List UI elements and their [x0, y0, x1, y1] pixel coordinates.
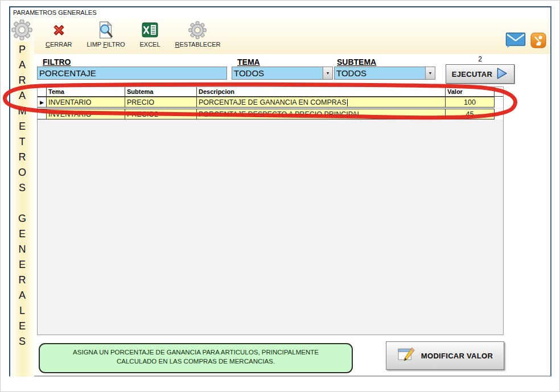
- tema-dropdown-arrow-icon[interactable]: ▼: [323, 67, 332, 79]
- header-tema[interactable]: Tema: [47, 87, 125, 96]
- table-header-row: Tema Subtema Descripcion Valor: [38, 87, 503, 97]
- parameter-description-box: ASIGNA UN PORCENTAJE DE GANANCIA PARA AR…: [39, 343, 353, 373]
- filtro-label: FILTRO: [43, 57, 71, 67]
- cell-valor[interactable]: 100: [446, 97, 495, 108]
- excel-icon: [142, 19, 158, 40]
- tema-dropdown[interactable]: TODOS ▼: [232, 67, 333, 80]
- excel-button[interactable]: EXCEL: [137, 19, 163, 48]
- tema-label: TEMA: [237, 57, 260, 67]
- row-selector-arrow-icon[interactable]: ▶: [38, 97, 47, 108]
- toolbar: CERRAR LIMPFILTRO: [10, 18, 550, 54]
- sidebar-word-generales: GENERALES: [17, 213, 27, 351]
- modificar-valor-button[interactable]: MODIFICAR VALOR: [386, 341, 504, 370]
- edit-pencil-icon: [397, 346, 416, 365]
- cell-tema[interactable]: INVENTARIO: [47, 109, 125, 119]
- subtema-dropdown[interactable]: TODOS ▼: [334, 67, 435, 80]
- header-descripcion[interactable]: Descripcion: [197, 87, 446, 96]
- cell-subtema[interactable]: PRECIO: [125, 97, 197, 108]
- cell-valor[interactable]: 45: [446, 109, 495, 119]
- subtema-selected-value: TODOS: [335, 67, 425, 79]
- tema-selected-value: TODOS: [232, 67, 323, 79]
- cerrar-button[interactable]: CERRAR: [43, 19, 75, 48]
- close-x-icon: [50, 19, 68, 40]
- header-row-selector: [38, 87, 47, 96]
- toolbar-right-icons: [505, 31, 546, 51]
- reset-gear-icon: [188, 19, 207, 40]
- play-arrow-icon: [496, 67, 508, 81]
- result-count: 2: [446, 55, 514, 63]
- table-row[interactable]: INVENTARIO PRECIO2 PORCENTAJE RESPECTO A…: [38, 109, 503, 119]
- table-row[interactable]: ▶ INVENTARIO PRECIO PORCENTAJE DE GANANC…: [38, 97, 503, 108]
- toolbar-buttons: CERRAR LIMPFILTRO: [43, 19, 223, 48]
- parametros-generales-window: PARAMETROS GENERALES CERRAR: [9, 6, 551, 377]
- settings-gear-icon[interactable]: [10, 18, 34, 42]
- ejecutar-button[interactable]: EJECUTAR: [446, 64, 514, 84]
- text-caret: [347, 99, 348, 106]
- restablecer-button[interactable]: RESTABLECER: [172, 19, 224, 48]
- parameters-table: Tema Subtema Descripcion Valor ▶ INVENTA…: [37, 86, 504, 335]
- filtro-input[interactable]: [37, 67, 227, 80]
- limp-filtro-button[interactable]: LIMPFILTRO: [84, 19, 127, 48]
- screen: PARAMETROS GENERALES CERRAR: [0, 0, 560, 392]
- row-selector[interactable]: [38, 109, 47, 119]
- mail-envelope-icon[interactable]: [505, 31, 526, 51]
- subtema-dropdown-arrow-icon[interactable]: ▼: [425, 67, 435, 79]
- header-subtema[interactable]: Subtema: [125, 87, 197, 96]
- cell-descripcion[interactable]: PORCENTAJE DE GANANCIA EN COMPRAS: [197, 97, 446, 108]
- sidebar-word-parametros: PARAMETROS: [17, 44, 27, 197]
- clear-filter-magnifier-icon: [97, 19, 114, 40]
- header-valor[interactable]: Valor: [446, 87, 495, 96]
- cell-tema[interactable]: INVENTARIO: [47, 97, 125, 108]
- cell-subtema[interactable]: PRECIO2: [125, 109, 197, 119]
- sidebar-vertical-title: PARAMETROS GENERALES: [10, 44, 34, 351]
- sidebar: PARAMETROS GENERALES: [10, 18, 34, 377]
- subtema-label: SUBTEMA: [337, 57, 376, 67]
- cell-descripcion[interactable]: PORCENTAJE RESPECTO A PRECIO PRINCIPAL: [197, 109, 446, 119]
- help-tutor-icon[interactable]: [530, 32, 546, 51]
- window-title: PARAMETROS GENERALES: [10, 7, 550, 18]
